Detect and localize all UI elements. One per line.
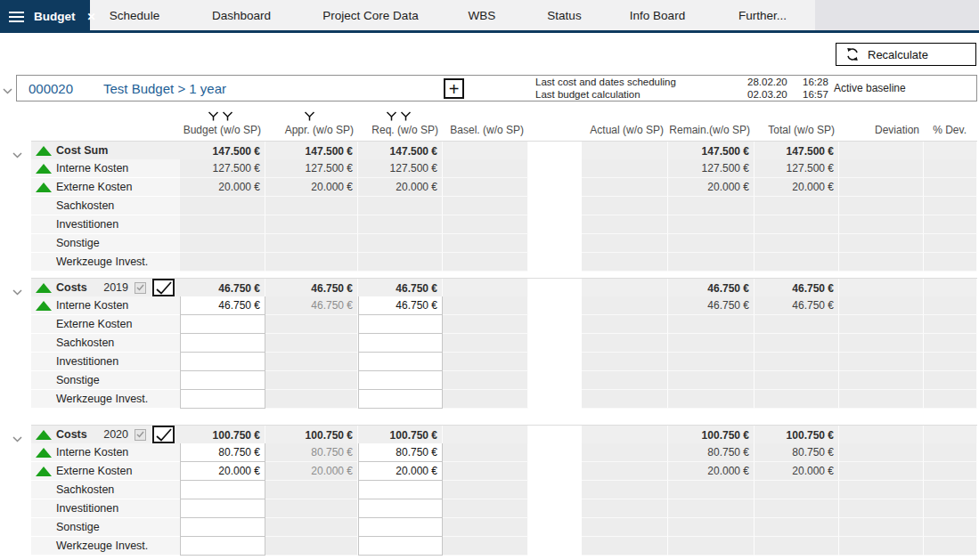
cell-pdev — [924, 390, 977, 409]
row-label-cell[interactable]: Externe Kosten — [31, 178, 180, 197]
row-label-cell[interactable]: Externe Kosten — [31, 462, 180, 481]
tab-wbs[interactable]: WBS — [437, 0, 526, 30]
group-title-cell[interactable]: Costs2020 — [31, 426, 180, 444]
column-header-appr[interactable]: Appr. (w/o SP) — [265, 111, 358, 140]
cell-basel — [443, 159, 528, 178]
add-button[interactable]: + — [444, 78, 464, 99]
cell-budget[interactable] — [180, 315, 265, 334]
column-header-remain[interactable]: Remain.(w/o SP) — [668, 124, 755, 140]
filter-arrow-icon[interactable] — [304, 111, 315, 121]
cell-req[interactable] — [358, 371, 443, 390]
table-row: Externe Kosten20.000 €20.000 €20.000 €20… — [31, 178, 977, 197]
filter-arrow-icon[interactable] — [400, 111, 412, 121]
cell-req[interactable]: 80.750 € — [358, 443, 443, 462]
row-label-cell[interactable]: Werkzeuge Invest. — [31, 253, 180, 272]
row-label-cell[interactable]: Werkzeuge Invest. — [31, 390, 180, 409]
filter-arrow-icon[interactable] — [386, 111, 397, 121]
tab-dashboard[interactable]: Dashboard — [179, 0, 304, 30]
cell-req[interactable]: 20.000 € — [358, 462, 443, 481]
summary-cell-appr: 100.750 € — [265, 426, 358, 444]
approved-checkbox[interactable] — [152, 279, 175, 296]
row-label-cell[interactable]: Sachkosten — [31, 481, 180, 499]
filter-arrow-icon[interactable] — [222, 111, 233, 121]
column-header-pdev[interactable]: % Dev. — [924, 124, 977, 140]
cell-budget[interactable] — [180, 537, 265, 556]
row-label-cell[interactable]: Sonstige — [31, 518, 180, 537]
cell-basel — [443, 518, 528, 537]
tab-status[interactable]: Status — [526, 0, 602, 30]
tab-budget-active[interactable]: Budget ✕ — [0, 0, 90, 33]
trend-up-triangle-icon — [36, 430, 52, 440]
cell-actual — [582, 315, 668, 334]
column-header-label: % Dev. — [933, 124, 967, 136]
cell-remain: 46.750 € — [668, 296, 755, 315]
cell-budget[interactable]: 80.750 € — [180, 443, 265, 462]
column-header-req[interactable]: Req. (w/o SP) — [358, 111, 443, 140]
group-collapse-chevron-icon[interactable] — [12, 146, 22, 162]
project-title[interactable]: Test Budget > 1 year — [103, 81, 226, 96]
cell-req[interactable] — [358, 315, 443, 334]
group-collapse-chevron-icon[interactable] — [12, 283, 22, 299]
column-header-actual[interactable]: Actual (w/o SP) — [582, 124, 668, 140]
cell-appr — [265, 353, 358, 371]
row-label-cell[interactable]: Werkzeuge Invest. — [31, 537, 180, 556]
cell-req[interactable] — [358, 353, 443, 371]
cell-budget[interactable] — [180, 371, 265, 390]
group-title-cell[interactable]: Cost Sum — [31, 142, 180, 160]
column-header-total[interactable]: Total (w/o SP) — [755, 124, 839, 140]
column-header-deviation[interactable]: Deviation — [839, 124, 924, 140]
cell-actual — [582, 353, 668, 371]
summary-cell-req: 147.500 € — [358, 142, 443, 160]
cell-budget[interactable] — [180, 481, 265, 499]
cell-req[interactable]: 46.750 € — [358, 296, 443, 315]
summary-cell-remain: 147.500 € — [668, 142, 755, 160]
group-header-row: Costs201946.750 €46.750 €46.750 €46.750 … — [31, 278, 977, 296]
row-label-cell[interactable]: Investitionen — [31, 215, 180, 234]
row-label-cell[interactable]: Externe Kosten — [31, 315, 180, 334]
cell-remain — [668, 334, 755, 353]
table-row: Investitionen — [31, 353, 977, 371]
summary-cell-remain: 46.750 € — [668, 279, 755, 297]
row-label-cell[interactable]: Interne Kosten — [31, 443, 180, 462]
approved-checkbox[interactable] — [152, 426, 175, 443]
cell-budget[interactable]: 20.000 € — [180, 462, 265, 481]
project-collapse-chevron-icon[interactable] — [3, 82, 12, 98]
filter-arrow-icon[interactable] — [208, 111, 219, 121]
row-label-cell[interactable]: Interne Kosten — [31, 159, 180, 178]
cell-req[interactable] — [358, 518, 443, 537]
recalculate-button[interactable]: Recalculate — [836, 43, 976, 66]
tab-project-core-data[interactable]: Project Core Data — [304, 0, 437, 30]
tab-schedule[interactable]: Schedule — [90, 0, 179, 30]
row-label-cell[interactable]: Sachkosten — [31, 334, 180, 353]
cell-budget[interactable] — [180, 499, 265, 518]
group-collapse-chevron-icon[interactable] — [12, 430, 22, 446]
row-label: Externe Kosten — [56, 465, 132, 477]
project-id[interactable]: 000020 — [29, 81, 73, 96]
cell-budget[interactable]: 46.750 € — [180, 296, 265, 315]
row-label-cell[interactable]: Sachkosten — [31, 197, 180, 215]
tab-further[interactable]: Further... — [713, 0, 812, 30]
hamburger-menu-icon[interactable] — [9, 12, 24, 22]
row-label-cell[interactable]: Investitionen — [31, 353, 180, 371]
cell-budget[interactable] — [180, 353, 265, 371]
cell-actual — [582, 462, 668, 481]
cell-req[interactable] — [358, 481, 443, 499]
column-header-basel[interactable]: Basel. (w/o SP) — [443, 124, 528, 140]
group-title-cell[interactable]: Costs2019 — [31, 279, 180, 297]
column-header-budget[interactable]: Budget (w/o SP) — [180, 111, 265, 140]
tab-info-board[interactable]: Info Board — [602, 0, 713, 30]
cell-budget[interactable] — [180, 334, 265, 353]
cell-appr — [265, 390, 358, 409]
cell-budget[interactable] — [180, 518, 265, 537]
row-label-cell[interactable]: Interne Kosten — [31, 296, 180, 315]
checkmark-icon — [156, 281, 172, 295]
cell-req[interactable] — [358, 390, 443, 409]
row-label-cell[interactable]: Investitionen — [31, 499, 180, 518]
cell-req[interactable] — [358, 499, 443, 518]
cell-req[interactable] — [358, 537, 443, 556]
row-label-cell[interactable]: Sonstige — [31, 234, 180, 253]
cell-deviation — [839, 518, 924, 537]
cell-budget[interactable] — [180, 390, 265, 409]
cell-req[interactable] — [358, 334, 443, 353]
row-label-cell[interactable]: Sonstige — [31, 371, 180, 390]
